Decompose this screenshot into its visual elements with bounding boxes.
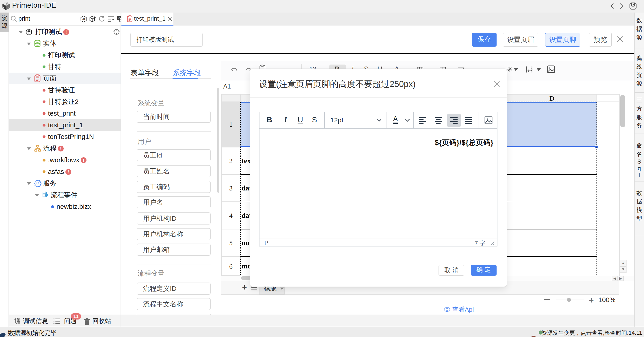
svg-text:AI: AI — [82, 18, 85, 21]
